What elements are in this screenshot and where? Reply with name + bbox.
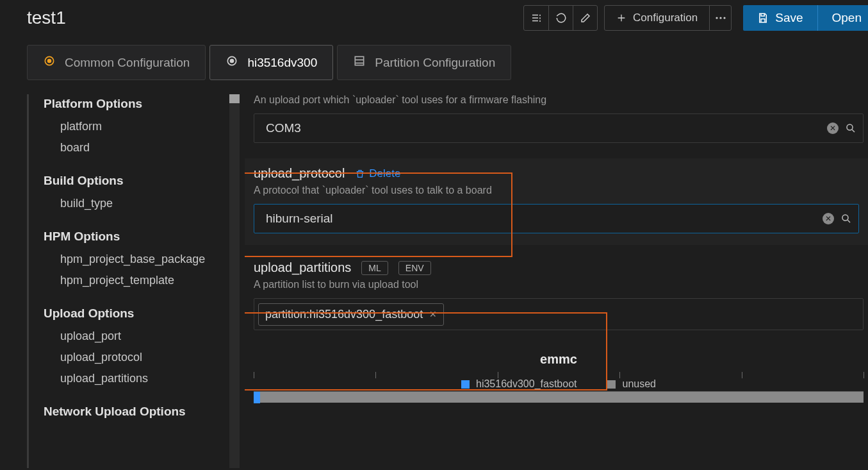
sidebar-item-hpm-template[interactable]: hpm_project_template xyxy=(44,270,229,291)
field-label: upload_protocol xyxy=(254,166,345,181)
chart-bar xyxy=(254,391,864,403)
tab-hi3516dv300[interactable]: hi3516dv300 xyxy=(209,45,333,80)
scroll-thumb[interactable] xyxy=(229,94,240,103)
tab-common-configuration[interactable]: Common Configuration xyxy=(27,45,206,80)
page-title: test1 xyxy=(27,8,66,28)
field-upload-protocol: upload_protocol Delete A protocol that `… xyxy=(245,158,868,245)
configuration-label: Configuration xyxy=(633,12,698,24)
svg-point-4 xyxy=(48,60,51,63)
field-desc: A partition list to burn via upload tool xyxy=(254,279,868,290)
tab-label: Common Configuration xyxy=(65,56,190,70)
edit-icon[interactable] xyxy=(573,6,597,30)
input-value: hiburn-serial xyxy=(266,212,803,226)
sidebar-item-build-type[interactable]: build_type xyxy=(44,193,229,214)
partition-tag[interactable]: partition:hi3516dv300_fastboot ✕ xyxy=(258,303,444,326)
input-value: COM3 xyxy=(266,121,808,135)
clear-icon[interactable]: ✕ xyxy=(823,213,834,224)
svg-point-0 xyxy=(716,17,717,19)
sidebar-item-board[interactable]: board xyxy=(44,137,229,158)
location-icon xyxy=(225,55,238,71)
header-bar: test1 Configuration xyxy=(0,0,868,36)
save-icon xyxy=(757,12,769,24)
svg-point-1 xyxy=(719,17,721,19)
sidebar-scrollbar[interactable] xyxy=(229,94,240,468)
chart-title: emmc xyxy=(254,352,864,367)
save-label: Save xyxy=(775,11,803,25)
tab-strip: Common Configuration hi3516dv300 Partiti… xyxy=(0,45,868,80)
upload-partitions-input[interactable]: partition:hi3516dv300_fastboot ✕ xyxy=(254,298,864,330)
section-build-options: Build Options xyxy=(44,174,229,188)
chart-bar-fastboot-segment xyxy=(254,392,260,403)
upload-port-input[interactable]: COM3 ✕ xyxy=(254,113,864,143)
field-label: upload_partitions xyxy=(254,260,351,275)
sidebar-item-upload-protocol[interactable]: upload_protocol xyxy=(44,347,229,368)
upload-protocol-input[interactable]: hiburn-serial ✕ xyxy=(254,204,859,233)
partition-icon xyxy=(353,55,366,71)
sidebar-item-hpm-base-package[interactable]: hpm_project_base_package xyxy=(44,249,229,270)
list-settings-icon[interactable] xyxy=(524,6,548,30)
field-upload-partitions: upload_partitions ML ENV A partition lis… xyxy=(254,260,868,330)
delete-label: Delete xyxy=(369,167,400,180)
field-desc: A protocol that `uploader` tool uses to … xyxy=(254,185,859,196)
main-content: An upload port which `uploader` tool use… xyxy=(245,94,868,468)
svg-rect-7 xyxy=(356,56,364,65)
badge-ml: ML xyxy=(361,261,388,275)
emmc-chart: emmc hi3516dv300_fastboot unused xyxy=(254,352,864,403)
tag-label: partition:hi3516dv300_fastboot xyxy=(265,308,423,321)
search-icon[interactable] xyxy=(840,213,852,224)
add-configuration-button[interactable]: Configuration xyxy=(605,6,709,30)
svg-point-8 xyxy=(847,124,853,130)
body-split: Platform Options platform board Build Op… xyxy=(0,94,868,468)
refresh-icon[interactable] xyxy=(548,6,573,30)
sidebar-gutter xyxy=(27,94,35,468)
header-icon-group xyxy=(523,5,598,31)
tab-partition-configuration[interactable]: Partition Configuration xyxy=(337,45,511,80)
section-platform-options: Platform Options xyxy=(44,97,229,111)
sidebar-item-upload-port[interactable]: upload_port xyxy=(44,326,229,347)
close-icon[interactable]: ✕ xyxy=(429,309,437,319)
more-icon[interactable] xyxy=(709,6,731,30)
section-network-upload-options: Network Upload Options xyxy=(44,405,229,419)
svg-point-9 xyxy=(842,215,848,221)
save-button[interactable]: Save xyxy=(743,5,817,31)
tab-label: Partition Configuration xyxy=(375,56,495,70)
sidebar-item-platform[interactable]: platform xyxy=(44,116,229,137)
sidebar-item-upload-partitions[interactable]: upload_partitions xyxy=(44,368,229,389)
field-upload-port: An upload port which `uploader` tool use… xyxy=(254,94,868,143)
delete-button[interactable]: Delete xyxy=(355,167,400,180)
location-icon xyxy=(43,55,56,71)
badge-env: ENV xyxy=(398,261,431,275)
section-upload-options: Upload Options xyxy=(44,306,229,321)
svg-point-6 xyxy=(231,60,234,63)
field-desc: An upload port which `uploader` tool use… xyxy=(254,94,868,106)
clear-icon[interactable]: ✕ xyxy=(827,122,839,134)
open-button[interactable]: Open xyxy=(817,5,868,31)
plus-icon xyxy=(616,13,626,23)
chart-ticks xyxy=(254,372,864,378)
header-toolbar: Configuration Save Open xyxy=(523,5,868,31)
configuration-button-group: Configuration xyxy=(604,5,732,31)
section-hpm-options: HPM Options xyxy=(44,230,229,244)
open-label: Open xyxy=(832,11,862,25)
search-icon[interactable] xyxy=(845,122,856,134)
trash-icon xyxy=(355,169,365,179)
svg-point-2 xyxy=(723,17,725,19)
tab-label: hi3516dv300 xyxy=(247,56,317,70)
primary-action-group: Save Open xyxy=(743,5,868,31)
sidebar: Platform Options platform board Build Op… xyxy=(44,94,229,468)
